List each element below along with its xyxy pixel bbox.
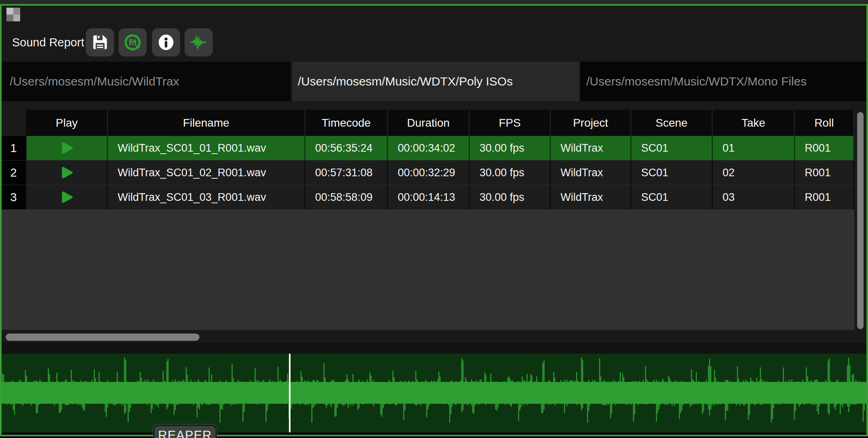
toolbar-title: Sound Report: [12, 28, 84, 56]
info-button[interactable]: [152, 28, 180, 56]
tab-path-label: /Users/mosesm/Music/WDTX/Poly ISOs: [298, 75, 513, 88]
waveform-display[interactable]: [2, 354, 866, 432]
cell-timecode: 00:57:31:08: [305, 161, 388, 185]
cell-duration: 00:00:14:13: [388, 185, 470, 209]
column-header-project[interactable]: Project: [551, 110, 631, 136]
cell-filename: WildTrax_SC01_01_R001.wav: [108, 136, 305, 160]
window-proxy-icon[interactable]: [6, 8, 20, 21]
cell-fps: 30.00 fps: [470, 136, 551, 160]
cell-scene: SC01: [631, 185, 713, 209]
cell-fps: 30.00 fps: [470, 161, 551, 185]
cell-play: [27, 161, 108, 185]
table-header: PlayFilenameTimecodeDurationFPSProjectSc…: [2, 110, 854, 136]
cell-roll: R001: [795, 136, 854, 160]
play-button[interactable]: [60, 190, 74, 204]
play-button[interactable]: [60, 166, 74, 179]
column-header-timecode[interactable]: Timecode: [305, 110, 388, 136]
floppy-icon: [91, 33, 109, 52]
cell-scene: SC01: [631, 161, 713, 185]
column-header-take[interactable]: Take: [713, 110, 795, 136]
folder-tabs: /Users/mosesm/Music/WildTrax /Users/mose…: [2, 62, 866, 101]
cell-project: WildTrax: [551, 185, 631, 209]
waveform-bottom-gap: [2, 432, 866, 435]
tab-path-label: /Users/mosesm/Music/WildTrax: [10, 75, 179, 88]
cell-project: WildTrax: [551, 136, 631, 160]
tab-path-label: /Users/mosesm/Music/WDTX/Mono Files: [586, 75, 807, 88]
cell-take: 03: [713, 185, 795, 209]
play-icon: [60, 199, 74, 205]
info-icon: [157, 33, 175, 52]
vertical-scrollbar[interactable]: [854, 107, 866, 343]
cell-play: [27, 185, 108, 209]
tab-wildtrax[interactable]: /Users/mosesm/Music/WildTrax: [2, 62, 291, 101]
playhead-cursor[interactable]: [289, 354, 291, 432]
play-icon: [60, 175, 74, 181]
row-number: 2: [2, 161, 27, 185]
column-header-fps[interactable]: FPS: [470, 110, 551, 136]
horizontal-scrollbar[interactable]: [2, 330, 866, 343]
row-number: 3: [2, 185, 27, 209]
table-rows: 1WildTrax_SC01_01_R001.wav00:56:35:2400:…: [2, 136, 854, 210]
cell-timecode: 00:56:35:24: [305, 136, 388, 160]
cell-scene: SC01: [631, 136, 713, 160]
cell-project: WildTrax: [551, 161, 631, 185]
table-row[interactable]: 2WildTrax_SC01_02_R001.wav00:57:31:0800:…: [2, 161, 854, 185]
divider-strip: [2, 343, 866, 354]
column-header-index[interactable]: [2, 110, 27, 136]
save-report-button[interactable]: [86, 28, 114, 56]
tab-mono-files[interactable]: /Users/mosesm/Music/WDTX/Mono Files: [580, 62, 866, 101]
reaper-window-label[interactable]: REAPER: [153, 425, 217, 438]
column-header-filename[interactable]: Filename: [108, 110, 305, 136]
waveform-view-button[interactable]: [185, 28, 213, 56]
play-icon: [60, 150, 74, 156]
auto-save-button[interactable]: [118, 28, 147, 56]
desktop-top-strip: [0, 0, 868, 4]
column-header-roll[interactable]: Roll: [795, 110, 854, 136]
cell-filename: WildTrax_SC01_02_R001.wav: [108, 161, 305, 185]
cell-duration: 00:00:32:29: [388, 161, 470, 185]
floppy-refresh-icon: [123, 33, 142, 52]
table-row[interactable]: 1WildTrax_SC01_01_R001.wav00:56:35:2400:…: [2, 136, 854, 161]
cell-roll: R001: [795, 161, 854, 185]
cell-duration: 00:00:34:02: [388, 136, 470, 160]
tab-poly-isos[interactable]: /Users/mosesm/Music/WDTX/Poly ISOs: [292, 62, 579, 101]
cell-take: 02: [713, 161, 795, 185]
column-header-play[interactable]: Play: [27, 110, 108, 136]
cell-timecode: 00:58:58:09: [305, 185, 388, 209]
table-empty-area: [2, 210, 854, 330]
row-number: 1: [2, 136, 27, 160]
cell-fps: 30.00 fps: [470, 185, 551, 209]
cell-take: 01: [713, 136, 795, 160]
play-button[interactable]: [60, 141, 74, 155]
vertical-scrollbar-thumb[interactable]: [857, 112, 864, 329]
column-header-scene[interactable]: Scene: [631, 110, 713, 136]
horizontal-scrollbar-thumb[interactable]: [6, 334, 199, 341]
reaper-label-text: REAPER: [158, 428, 212, 438]
sound-report-window: Sound Report: [0, 4, 868, 436]
column-header-duration[interactable]: Duration: [388, 110, 470, 136]
waveform-icon: [189, 33, 208, 52]
cell-play: [27, 136, 108, 160]
table-row[interactable]: 3WildTrax_SC01_03_R001.wav00:58:58:0900:…: [2, 185, 854, 210]
cell-filename: WildTrax_SC01_03_R001.wav: [108, 185, 305, 209]
cell-roll: R001: [795, 185, 854, 209]
